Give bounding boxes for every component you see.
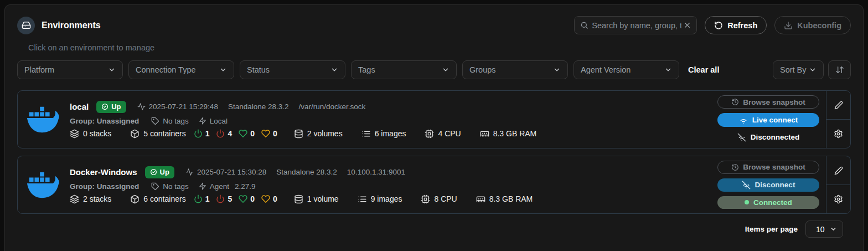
chevron-down-icon bbox=[219, 66, 227, 74]
running-count: 1 bbox=[194, 129, 210, 138]
browse-snapshot-button[interactable]: Browse snapshot bbox=[717, 161, 819, 174]
refresh-button[interactable]: Refresh bbox=[705, 16, 767, 34]
filter-groups[interactable]: Groups bbox=[462, 60, 568, 79]
environments-panel: Environments Refresh Kubeconfig Click on… bbox=[4, 4, 864, 251]
connection-type-label: Local bbox=[210, 117, 228, 125]
environment-name[interactable]: local bbox=[70, 102, 89, 111]
filter-agent-version[interactable]: Agent Version bbox=[574, 60, 679, 79]
wifi-off-icon bbox=[742, 181, 751, 189]
edit-environment-button[interactable] bbox=[826, 156, 850, 185]
database-icon bbox=[294, 129, 303, 139]
stacks-stat[interactable]: 2 stacks bbox=[70, 194, 111, 204]
cpu-stat: 4 CPU bbox=[425, 129, 461, 139]
filter-bar: Platform Connection Type Status Tags Gro… bbox=[13, 60, 855, 79]
ram-stat: 8.3 GB RAM bbox=[480, 129, 537, 139]
edit-environment-button[interactable] bbox=[826, 91, 850, 120]
chevron-down-icon bbox=[664, 66, 672, 74]
connection-status: Connected bbox=[717, 196, 819, 209]
heart-icon bbox=[261, 129, 270, 138]
platform-version: Standalone 28.3.2 bbox=[276, 168, 337, 176]
chevron-down-icon bbox=[830, 226, 837, 233]
pagination: Items per page 10 bbox=[13, 221, 855, 238]
containers-stat[interactable]: 6 containers bbox=[130, 194, 185, 204]
items-per-page-select[interactable]: 10 bbox=[805, 221, 843, 238]
history-icon bbox=[731, 163, 739, 171]
activity-icon bbox=[185, 168, 194, 176]
gear-icon bbox=[834, 129, 843, 139]
chevron-down-icon bbox=[553, 66, 561, 74]
stopped-count: 4 bbox=[216, 129, 232, 138]
power-off-icon bbox=[216, 129, 225, 138]
filter-label: Platform bbox=[24, 65, 54, 74]
search-box[interactable] bbox=[574, 16, 697, 34]
tag-icon bbox=[151, 182, 159, 191]
page-size-value: 10 bbox=[816, 225, 825, 234]
power-off-icon bbox=[216, 194, 225, 203]
list-icon bbox=[358, 194, 367, 204]
activity-icon bbox=[137, 103, 146, 111]
disconnect-button[interactable]: Disconnect bbox=[717, 178, 819, 192]
environment-address: 10.100.1.31:9001 bbox=[347, 168, 405, 176]
kubeconfig-label: Kubeconfig bbox=[797, 21, 841, 30]
images-stat[interactable]: 9 images bbox=[358, 194, 402, 204]
stacks-stat[interactable]: 0 stacks bbox=[70, 129, 111, 139]
clear-all-button[interactable]: Clear all bbox=[688, 65, 719, 74]
filter-label: Connection Type bbox=[136, 65, 196, 74]
status-badge: Up bbox=[96, 101, 126, 113]
filter-platform[interactable]: Platform bbox=[17, 60, 123, 79]
environment-settings-button[interactable] bbox=[826, 185, 850, 213]
environment-card-docker-windows[interactable]: Docker-Windows Up 2025-07-21 15:30:28 St… bbox=[17, 156, 851, 214]
filter-label: Tags bbox=[358, 65, 375, 74]
filter-tags[interactable]: Tags bbox=[351, 60, 457, 79]
sort-by-dropdown[interactable]: Sort By bbox=[773, 60, 824, 79]
cpu-icon bbox=[425, 129, 434, 139]
power-on-icon bbox=[194, 129, 203, 138]
box-icon bbox=[130, 129, 140, 139]
volumes-stat[interactable]: 1 volume bbox=[294, 194, 339, 204]
status-badge-label: Up bbox=[160, 168, 169, 176]
containers-stat[interactable]: 5 containers bbox=[130, 129, 185, 139]
tag-icon bbox=[151, 117, 159, 125]
search-icon bbox=[580, 21, 588, 29]
last-check-time: 2025-07-21 15:30:28 bbox=[197, 168, 266, 176]
chevron-down-icon bbox=[330, 66, 338, 74]
wifi-off-icon bbox=[737, 133, 746, 142]
stopped-count: 5 bbox=[216, 194, 232, 203]
environment-list: local Up 2025-07-21 15:29:48 Standalone … bbox=[13, 90, 855, 214]
filter-status[interactable]: Status bbox=[240, 60, 345, 79]
docker-icon bbox=[25, 170, 60, 201]
chevron-down-icon bbox=[809, 66, 817, 74]
pencil-icon bbox=[834, 166, 843, 175]
environment-settings-button[interactable] bbox=[826, 120, 850, 148]
images-stat[interactable]: 6 images bbox=[361, 129, 406, 139]
healthy-count: 0 bbox=[239, 194, 255, 203]
status-badge-label: Up bbox=[111, 103, 121, 111]
filter-label: Agent Version bbox=[581, 65, 631, 74]
browse-snapshot-button[interactable]: Browse snapshot bbox=[717, 95, 819, 109]
volumes-stat[interactable]: 2 volumes bbox=[294, 129, 343, 139]
page-subtitle: Click on an environment to manage bbox=[28, 43, 855, 52]
chevron-down-icon bbox=[442, 66, 450, 74]
live-connect-button[interactable]: Live connect bbox=[717, 113, 819, 127]
docker-icon bbox=[25, 104, 60, 135]
sort-by-label: Sort By bbox=[780, 65, 807, 74]
kubeconfig-button[interactable]: Kubeconfig bbox=[774, 16, 851, 34]
clear-search-icon[interactable] bbox=[684, 22, 691, 29]
layers-icon bbox=[70, 194, 79, 204]
heart-icon bbox=[261, 194, 270, 203]
environment-card-local[interactable]: local Up 2025-07-21 15:29:48 Standalone … bbox=[17, 90, 851, 148]
filter-connection-type[interactable]: Connection Type bbox=[128, 60, 234, 79]
header: Environments Refresh Kubeconfig bbox=[13, 14, 855, 34]
layers-icon bbox=[70, 129, 79, 139]
chevron-down-icon bbox=[108, 66, 116, 74]
ram-stat: 8.3 GB RAM bbox=[476, 194, 533, 204]
search-input[interactable] bbox=[588, 21, 684, 30]
check-circle-icon bbox=[150, 168, 157, 176]
connection-status: Disconnected bbox=[717, 131, 819, 144]
healthy-count: 0 bbox=[239, 129, 255, 138]
group-label: Group: Unassigned bbox=[70, 182, 139, 191]
environment-name[interactable]: Docker-Windows bbox=[70, 167, 137, 177]
zap-icon bbox=[199, 117, 206, 125]
gear-icon bbox=[834, 194, 843, 204]
sort-direction-button[interactable] bbox=[828, 60, 851, 79]
